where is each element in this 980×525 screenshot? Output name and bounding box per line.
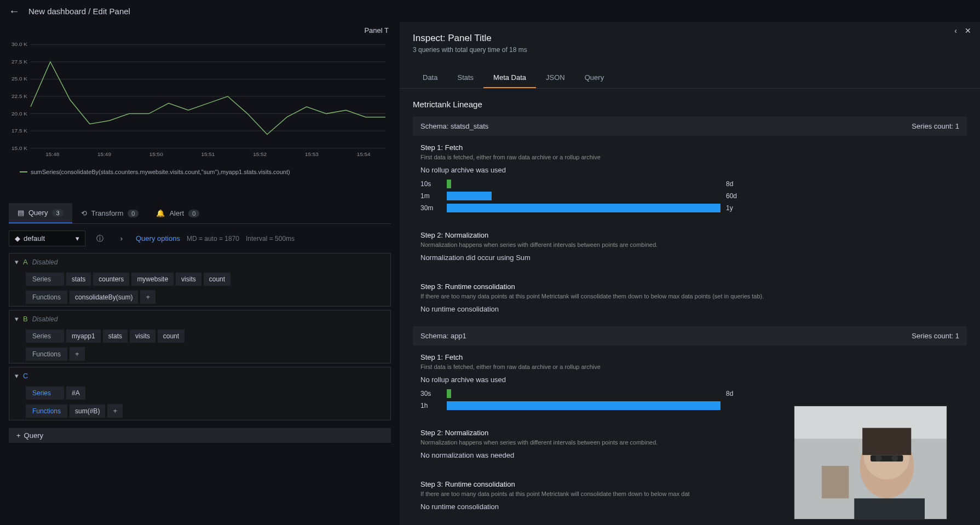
series-count: Series count: 1 xyxy=(912,332,959,340)
inspect-title: Inspect: Panel Title xyxy=(413,33,967,44)
query-letter: B xyxy=(23,315,28,323)
svg-text:22.5 K: 22.5 K xyxy=(11,93,27,99)
svg-text:15:52: 15:52 xyxy=(253,151,267,157)
chart-legend: sumSeries(consolidateBy(stats.counters.m… xyxy=(9,166,391,177)
series-count: Series count: 1 xyxy=(912,122,959,130)
step-desc: If there are too many data points at thi… xyxy=(420,293,959,299)
tab-label: Query xyxy=(28,209,48,217)
svg-rect-26 xyxy=(862,428,911,455)
bar-retention: 1y xyxy=(726,204,733,212)
bar-retention: 60d xyxy=(726,192,737,200)
series-seg[interactable]: counters xyxy=(93,273,129,286)
tab-query[interactable]: ▤ Query 3 xyxy=(9,203,72,223)
bar-interval: 1m xyxy=(420,192,441,200)
prev-icon[interactable]: ‹ xyxy=(954,26,957,35)
series-seg[interactable]: myapp1 xyxy=(66,330,101,343)
schema-name: Schema: app1 xyxy=(420,332,466,340)
step-message: No runtime consolidation xyxy=(420,305,959,313)
add-function-button[interactable]: + xyxy=(70,347,85,361)
legend-label: sumSeries(consolidateBy(stats.counters.m… xyxy=(31,169,290,175)
database-icon: ▤ xyxy=(18,209,24,217)
webcam-overlay xyxy=(794,406,947,520)
query-meta-interval: Interval = 500ms xyxy=(246,235,295,243)
chevron-down-icon[interactable]: ▾ xyxy=(15,258,19,266)
tab-count: 0 xyxy=(128,210,139,217)
chart[interactable]: 30.0 K27.5 K25.0 K22.5 K20.0 K17.5 K15.0… xyxy=(9,39,391,192)
series-seg[interactable]: visits xyxy=(176,273,201,286)
series-seg[interactable]: stats xyxy=(66,273,91,286)
schema-name: Schema: statsd_stats xyxy=(420,122,488,130)
svg-text:17.5 K: 17.5 K xyxy=(11,128,27,134)
disabled-label: Disabled xyxy=(32,258,58,266)
inspect-tab-query[interactable]: Query xyxy=(575,68,614,88)
chevron-down-icon[interactable]: ▾ xyxy=(15,315,19,323)
svg-rect-30 xyxy=(854,498,925,519)
schema-header: Schema: app1Series count: 1 xyxy=(413,326,967,345)
series-seg[interactable]: count xyxy=(204,273,230,286)
series-seg[interactable]: #A xyxy=(66,386,85,400)
breadcrumb: New dashboard / Edit Panel xyxy=(28,7,130,16)
series-seg[interactable]: stats xyxy=(103,330,128,343)
retention-bar: 10s8d xyxy=(420,180,959,188)
add-function-button[interactable]: + xyxy=(107,404,123,418)
step-message: Normalization did occur using Sum xyxy=(420,253,959,262)
bar-interval: 30s xyxy=(420,390,441,397)
series-label: Series xyxy=(26,386,64,400)
tab-alert[interactable]: 🔔 Alert 0 xyxy=(147,203,208,223)
chevron-down-icon[interactable]: ▾ xyxy=(15,372,19,380)
series-seg[interactable]: count xyxy=(158,330,185,343)
inspect-subtitle: 3 queries with total query time of 18 ms xyxy=(413,46,967,54)
step-message: No rollup archive was used xyxy=(420,376,959,384)
query-options-link[interactable]: Query options xyxy=(136,234,180,243)
svg-text:30.0 K: 30.0 K xyxy=(11,41,27,47)
bar-interval: 10s xyxy=(420,180,441,188)
retention-bar: 30m1y xyxy=(420,204,959,212)
functions-label: Functions xyxy=(26,405,67,418)
inspect-tab-stats[interactable]: Stats xyxy=(447,68,483,88)
svg-text:27.5 K: 27.5 K xyxy=(11,59,27,65)
help-icon[interactable]: ⓘ xyxy=(92,231,107,246)
functions-label: Functions xyxy=(26,291,67,304)
inspect-tab-meta[interactable]: Meta Data xyxy=(483,68,536,88)
query-letter: A xyxy=(23,258,28,266)
svg-text:25.0 K: 25.0 K xyxy=(11,76,27,82)
tab-label: Alert xyxy=(169,209,184,217)
add-query-label: Query xyxy=(24,431,43,440)
svg-text:15:51: 15:51 xyxy=(201,151,215,157)
step-message: No rollup archive was used xyxy=(420,166,959,174)
close-icon[interactable]: ✕ xyxy=(965,26,971,35)
functions-label: Functions xyxy=(26,348,67,361)
retention-bar: 1m60d xyxy=(420,192,959,200)
datasource-select[interactable]: ◆ default ▾ xyxy=(9,230,85,246)
svg-point-28 xyxy=(875,455,882,461)
tab-count: 0 xyxy=(188,210,199,217)
query-block-a: ▾ A Disabled Series stats counters myweb… xyxy=(9,253,391,307)
svg-text:15.0 K: 15.0 K xyxy=(11,145,27,151)
transform-icon: ⟲ xyxy=(81,209,87,217)
inspect-tab-json[interactable]: JSON xyxy=(536,68,575,88)
series-seg[interactable]: visits xyxy=(130,330,155,343)
function-seg[interactable]: sum(#B) xyxy=(70,405,105,418)
panel-title: Panel T xyxy=(9,22,391,39)
inspect-tab-data[interactable]: Data xyxy=(413,68,447,88)
step-title: Step 2: Normalization xyxy=(420,231,959,239)
svg-rect-23 xyxy=(822,466,849,498)
graphite-icon: ◆ xyxy=(15,234,20,243)
back-arrow-icon[interactable]: ← xyxy=(9,5,20,18)
tab-transform[interactable]: ⟲ Transform 0 xyxy=(72,203,148,223)
step-title: Step 1: Fetch xyxy=(420,353,959,361)
step-desc: Normalization happens when series with d… xyxy=(420,241,959,248)
disabled-label: Disabled xyxy=(32,315,58,323)
series-seg[interactable]: mywebsite xyxy=(131,273,174,286)
function-seg[interactable]: consolidateBy(sum) xyxy=(70,291,138,304)
chevron-right-icon[interactable]: › xyxy=(114,231,129,246)
schema-header: Schema: statsd_statsSeries count: 1 xyxy=(413,117,967,136)
bar-interval: 1h xyxy=(420,402,441,409)
svg-text:15:49: 15:49 xyxy=(97,151,111,157)
add-function-button[interactable]: + xyxy=(140,290,155,304)
bar-retention: 8d xyxy=(726,390,733,397)
step-desc: First data is fetched, either from raw d… xyxy=(420,154,959,160)
series-label: Series xyxy=(26,273,64,286)
add-query-button[interactable]: + Query xyxy=(9,428,391,443)
bar-interval: 30m xyxy=(420,204,441,212)
